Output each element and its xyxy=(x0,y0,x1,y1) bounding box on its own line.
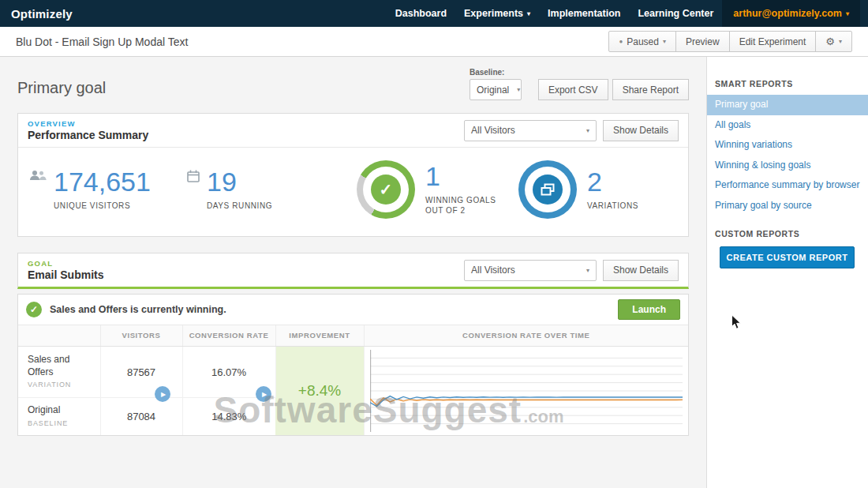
goal-segment-select[interactable]: All Visitors ▾ xyxy=(464,260,597,281)
play-conversion-button[interactable]: ▶ xyxy=(256,386,271,402)
stat-variations: 2 VARIATIONS xyxy=(518,160,638,219)
smart-reports-header: SMART REPORTS xyxy=(707,79,868,88)
overview-title: Performance Summary xyxy=(28,129,148,141)
nav-implementation-label: Implementation xyxy=(548,8,620,19)
experiment-title: Blu Dot - Email Sign Up Modal Text xyxy=(16,36,188,48)
gear-icon: ⚙ xyxy=(825,36,835,47)
sidebar-item-winning-variations[interactable]: Winning variations xyxy=(707,135,868,156)
nav-dashboard[interactable]: Dashboard xyxy=(387,0,455,27)
status-label: Paused xyxy=(627,36,659,47)
sidebar-item-all-goals[interactable]: All goals xyxy=(707,115,868,136)
winning-message: Sales and Offers is currently winning. xyxy=(50,304,226,315)
caret-down-icon: ▾ xyxy=(663,38,666,45)
overview-segment-value: All Visitors xyxy=(471,125,515,136)
experiment-actions: ● Paused ▾ Preview Edit Experiment ⚙ ▾ xyxy=(609,31,852,52)
column-header-name xyxy=(18,325,100,347)
caret-down-icon: ▾ xyxy=(527,10,530,17)
experiment-toolbar: Blu Dot - Email Sign Up Modal Text ● Pau… xyxy=(0,27,868,57)
report-area: Primary goal Baseline: Original ▾ Export… xyxy=(0,57,706,488)
winning-goals-donut: ✓ xyxy=(357,160,415,219)
report-header: Primary goal Baseline: Original ▾ Export… xyxy=(17,68,689,100)
overview-card-header: OVERVIEW Performance Summary All Visitor… xyxy=(18,114,688,148)
sidebar-item-primary-goal[interactable]: Primary goal xyxy=(707,95,868,115)
winning-banner: ✓ Sales and Offers is currently winning.… xyxy=(18,295,688,325)
caret-down-icon: ▾ xyxy=(586,127,589,134)
goal-kicker: GOAL xyxy=(28,259,103,268)
sidebar-item-primary-goal-by-source[interactable]: Primary goal by source xyxy=(707,196,868,216)
table-row-variation: Sales and Offers VARIATION 87567 16.07% … xyxy=(18,347,688,398)
baseline-name: Original xyxy=(28,404,60,415)
settings-button[interactable]: ⚙ ▾ xyxy=(815,31,852,52)
baseline-group: Baseline: Original ▾ xyxy=(470,68,522,100)
stat-days-running: 19 DAYS RUNNING xyxy=(187,160,357,219)
baseline-name-cell: Original BASELINE xyxy=(18,397,100,435)
custom-reports-header: CUSTOM REPORTS xyxy=(707,229,868,238)
overview-stats: 174,651 UNIQUE VISITORS 19 DAYS RUNNING xyxy=(18,148,688,236)
caret-down-icon: ▾ xyxy=(839,38,842,45)
calendar-icon xyxy=(187,170,200,186)
variation-name: Sales and Offers xyxy=(28,354,69,377)
people-icon xyxy=(29,170,47,184)
improvement-value: +8.4% xyxy=(275,347,364,436)
nav-experiments-label: Experiments xyxy=(464,8,523,19)
share-report-button[interactable]: Share Report xyxy=(612,79,689,100)
variations-label: VARIATIONS xyxy=(587,201,638,212)
goal-title: Email Submits xyxy=(28,268,103,281)
sidebar-item-performance-by-browser[interactable]: Performance summary by browser xyxy=(707,175,868,196)
conversion-rate-chart xyxy=(370,350,683,432)
play-visitors-button[interactable]: ▶ xyxy=(155,386,170,402)
mouse-cursor xyxy=(731,314,742,330)
sidebar-item-winning-losing-goals[interactable]: Winning & losing goals xyxy=(707,156,868,176)
preview-button[interactable]: Preview xyxy=(675,31,730,52)
nav-learning-center[interactable]: Learning Center xyxy=(629,0,722,27)
edit-experiment-button[interactable]: Edit Experiment xyxy=(729,31,817,52)
caret-down-icon: ▾ xyxy=(586,267,589,274)
overview-segment-select[interactable]: All Visitors ▾ xyxy=(464,120,597,141)
performance-summary-card: OVERVIEW Performance Summary All Visitor… xyxy=(17,113,689,237)
column-header-improvement: IMPROVEMENT xyxy=(275,325,364,347)
winning-goals-label: WINNING GOALS OUT OF 2 xyxy=(425,195,514,216)
baseline-select-value: Original xyxy=(477,84,509,96)
conversion-chart-cell xyxy=(364,347,688,436)
status-paused-button[interactable]: ● Paused ▾ xyxy=(608,31,676,52)
goal-segment-value: All Visitors xyxy=(471,265,515,276)
export-csv-button[interactable]: Export CSV xyxy=(538,79,608,100)
days-running-label: DAYS RUNNING xyxy=(207,201,272,212)
baseline-visitors: 87084 xyxy=(100,397,182,435)
content: Primary goal Baseline: Original ▾ Export… xyxy=(0,57,868,488)
variations-value: 2 xyxy=(587,168,638,197)
primary-nav: Dashboard Experiments ▾ Implementation L… xyxy=(387,0,860,27)
report-controls: Baseline: Original ▾ Export CSV Share Re… xyxy=(470,68,689,100)
overview-kicker: OVERVIEW xyxy=(28,119,148,128)
check-icon: ✓ xyxy=(371,175,401,205)
check-icon: ✓ xyxy=(26,302,42,317)
top-navbar: Optimizely Dashboard Experiments ▾ Imple… xyxy=(0,0,868,27)
launch-button[interactable]: Launch xyxy=(618,299,680,320)
baseline-select[interactable]: Original ▾ xyxy=(470,79,522,100)
goal-results-table: VISITORS CONVERSION RATE IMPROVEMENT CON… xyxy=(18,325,688,435)
unique-visitors-label: UNIQUE VISITORS xyxy=(54,201,142,212)
goal-card-header: GOAL Email Submits All Visitors ▾ Show D… xyxy=(17,253,689,289)
unique-visitors-value: 174,651 xyxy=(54,168,151,197)
winning-goals-value: 1 xyxy=(425,163,514,191)
variation-name-cell: Sales and Offers VARIATION xyxy=(18,347,100,398)
baseline-tag: BASELINE xyxy=(28,419,95,429)
nav-dashboard-label: Dashboard xyxy=(395,8,447,19)
nav-implementation[interactable]: Implementation xyxy=(539,0,629,27)
variation-tag: VARIATION xyxy=(28,381,95,390)
reports-sidebar: SMART REPORTS Primary goal All goals Win… xyxy=(706,57,868,488)
column-header-visitors: VISITORS xyxy=(100,325,182,347)
create-custom-report-button[interactable]: CREATE CUSTOM REPORT xyxy=(720,246,855,268)
baseline-conversion-rate: 14.83% xyxy=(182,397,275,435)
goal-show-details-button[interactable]: Show Details xyxy=(603,260,679,281)
nav-experiments[interactable]: Experiments ▾ xyxy=(455,0,539,27)
optimizely-logo[interactable]: Optimizely xyxy=(11,7,73,21)
nav-learning-center-label: Learning Center xyxy=(638,8,713,19)
nav-account-label: arthur@optimizely.com xyxy=(733,8,842,19)
caret-down-icon: ▾ xyxy=(846,10,849,17)
goal-results-card: ✓ Sales and Offers is currently winning.… xyxy=(17,294,689,436)
baseline-label: Baseline: xyxy=(470,68,522,77)
variations-icon xyxy=(533,175,563,205)
nav-account-menu[interactable]: arthur@optimizely.com ▾ xyxy=(722,0,860,27)
overview-show-details-button[interactable]: Show Details xyxy=(603,120,679,141)
